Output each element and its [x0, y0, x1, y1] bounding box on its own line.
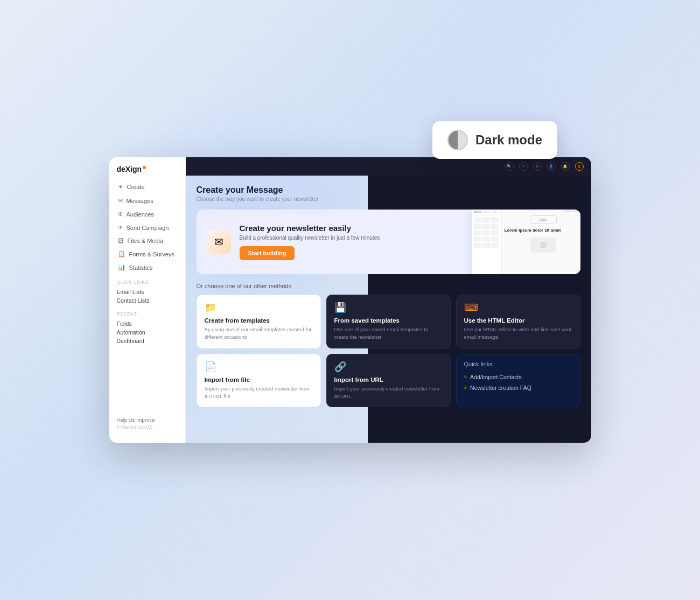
- preview-image-placeholder: 🖼: [530, 238, 556, 253]
- nav-item-statistics[interactable]: 📊 Statistics: [111, 261, 183, 274]
- dark-mode-label: Dark mode: [475, 132, 542, 148]
- sidebar-logo: deXign: [109, 165, 185, 180]
- import-from-url-icon: 🔗: [334, 361, 443, 373]
- logo-dot: [143, 166, 146, 169]
- add-contacts-label: Add/Import Contacts: [470, 374, 522, 380]
- use-html-editor-icon: ⌨: [464, 302, 572, 313]
- audiences-icon: ⊕: [118, 211, 123, 218]
- faq-label: Newsletter creation FAQ: [470, 385, 531, 391]
- method-card-quick-links: Quick links » Add/Import Contacts » News…: [456, 354, 580, 408]
- files-media-icon: 🖼: [118, 238, 124, 244]
- settings-icon[interactable]: ⚙: [533, 162, 542, 171]
- import-from-file-desc: Import your previously created newslette…: [205, 385, 313, 401]
- use-html-editor-desc: Use our HTML editor to write and fine-tu…: [464, 326, 572, 341]
- statistics-icon: 📊: [118, 264, 125, 271]
- dark-mode-tooltip[interactable]: Dark mode: [432, 121, 557, 159]
- user-icon[interactable]: 👤: [547, 162, 556, 171]
- import-from-url-desc: Import your previously created newslette…: [334, 385, 443, 401]
- recent-item-automation[interactable]: Automation: [117, 328, 178, 337]
- faq-chevron: »: [464, 385, 467, 390]
- hero-description: Build a professional quality newsletter …: [240, 235, 380, 241]
- quick-links-title: Quick links: [117, 280, 178, 285]
- sidebar-quick-link-contact-lists[interactable]: Contact Lists: [117, 296, 178, 305]
- nav-item-create[interactable]: ✦ Create: [111, 180, 183, 194]
- browser-window: deXign ✦ Create ✉ Messages ⊕ Audiences ✈…: [109, 157, 591, 443]
- from-saved-templates-title: From saved templates: [334, 317, 443, 324]
- preview-logo-box: Logo: [530, 215, 557, 224]
- nav-item-send-campaign[interactable]: ✈ Send Campaign: [111, 221, 183, 234]
- nav-item-messages[interactable]: ✉ Messages: [111, 194, 183, 207]
- recent-item-fields[interactable]: Fields: [117, 319, 178, 328]
- hero-card: ✉ Create your newsletter easily Build a …: [197, 210, 580, 274]
- send-campaign-icon: ✈: [118, 224, 123, 231]
- preview-lorem-text: Lorem ipsum dolor sit amet: [505, 228, 580, 233]
- use-html-editor-title: Use the HTML Editor: [464, 317, 572, 324]
- bell-icon[interactable]: 🔔: [561, 162, 570, 171]
- hero-title: Create your newsletter easily: [240, 224, 380, 233]
- method-card-import-from-file[interactable]: 📄 Import from file Import your previousl…: [197, 354, 321, 408]
- start-building-button[interactable]: Start building: [240, 246, 295, 260]
- newsletter-preview: Blocks Style Adv: [472, 210, 580, 274]
- nav-item-files-media[interactable]: 🖼 Files & Media: [111, 234, 183, 247]
- dark-mode-icon: [447, 130, 468, 150]
- help-us-improve[interactable]: Help Us Improve: [117, 417, 178, 423]
- import-from-file-icon: 📄: [205, 361, 313, 373]
- help-icon[interactable]: ?: [519, 162, 528, 171]
- page-subtitle: Choose the way you want to create your n…: [197, 196, 580, 202]
- import-from-file-title: Import from file: [205, 376, 313, 383]
- nav-item-audiences[interactable]: ⊕ Audiences: [111, 207, 183, 221]
- page-title: Create your Message: [197, 185, 580, 195]
- method-card-import-from-url[interactable]: 🔗 Import from URL Import your previously…: [326, 354, 451, 408]
- method-card-create-from-templates[interactable]: 📁 Create from templates By using one of …: [197, 295, 321, 348]
- create-icon: ✦: [118, 183, 123, 191]
- messages-icon: ✉: [118, 197, 123, 204]
- quick-link-add-contacts[interactable]: » Add/Import Contacts: [464, 372, 572, 382]
- method-card-use-html-editor[interactable]: ⌨ Use the HTML Editor Use our HTML edito…: [456, 295, 580, 348]
- import-from-url-title: Import from URL: [334, 376, 443, 383]
- recent-item-dashboard[interactable]: Dashboard: [117, 337, 178, 345]
- search-icon[interactable]: 🔍: [505, 162, 514, 171]
- quick-links-card-title: Quick links: [464, 361, 572, 367]
- quick-link-faq[interactable]: » Newsletter creation FAQ: [464, 382, 572, 393]
- version-label: © Mailpro v10.0.5: [117, 424, 178, 430]
- method-card-from-saved-templates[interactable]: 💾 From saved templates Use one of your s…: [326, 295, 451, 348]
- sidebar-quick-link-email-lists[interactable]: Email Lists: [117, 288, 178, 296]
- create-from-templates-icon: 📁: [205, 302, 313, 313]
- sidebar: deXign ✦ Create ✉ Messages ⊕ Audiences ✈…: [109, 157, 186, 443]
- nav-item-forms-surveys[interactable]: 📋 Forms & Surveys: [111, 247, 183, 261]
- add-contacts-chevron: »: [464, 374, 467, 380]
- create-from-templates-desc: By using one of our email templates crea…: [205, 326, 313, 341]
- from-saved-templates-desc: Use one of your saved email templates to…: [334, 326, 443, 341]
- forms-surveys-icon: 📋: [118, 250, 125, 257]
- recent-title: Recent: [117, 311, 178, 317]
- top-bar: 🔍 ? ⚙ 👤 🔔 $: [186, 157, 591, 176]
- methods-title: Or choose one of our other methods: [197, 283, 580, 289]
- hero-icon: ✉: [207, 230, 231, 254]
- preview-view-in-browser: View in Browser: [505, 210, 580, 213]
- account-icon[interactable]: $: [575, 162, 584, 171]
- from-saved-templates-icon: 💾: [334, 302, 443, 313]
- create-from-templates-title: Create from templates: [205, 317, 313, 324]
